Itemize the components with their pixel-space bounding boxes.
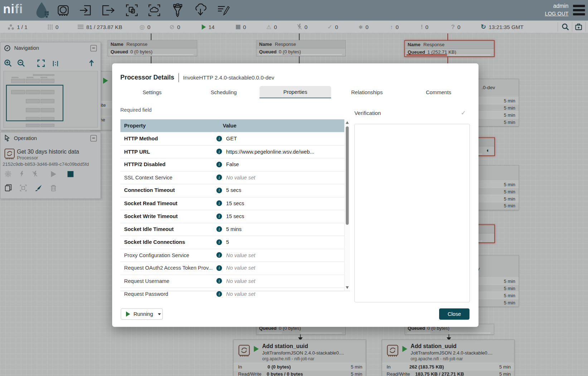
- table-row[interactable]: Socket Write Timeout15 secs: [120, 210, 345, 223]
- run-state-dropdown[interactable]: Running: [121, 308, 162, 319]
- zoom-actual-button[interactable]: |:|: [53, 60, 59, 66]
- verification-results-panel: [354, 124, 470, 303]
- delete-trash-icon[interactable]: [50, 184, 56, 191]
- info-icon[interactable]: [217, 291, 222, 297]
- info-icon[interactable]: [217, 278, 222, 284]
- status-counters: 0: [48, 21, 58, 33]
- sync-failure-icon: [451, 24, 455, 30]
- queue-progress: [152, 54, 193, 55]
- tab-properties[interactable]: Properties: [259, 86, 331, 98]
- chevron-down-icon: [158, 313, 161, 315]
- table-row[interactable]: Socket Idle Connections5: [120, 236, 345, 249]
- share-up-icon[interactable]: [88, 59, 95, 67]
- connection-label[interactable]: Name Response Queued 0 (0 bytes): [256, 40, 346, 56]
- collapse-button[interactable]: [91, 135, 97, 141]
- utility-button[interactable]: [575, 21, 582, 33]
- funnel-component-icon[interactable]: [171, 3, 185, 17]
- logout-link[interactable]: LOG OUT: [545, 10, 568, 16]
- output-port-component-icon[interactable]: [101, 3, 115, 17]
- disable-icon[interactable]: [32, 171, 38, 177]
- locally-modified-stale-icon: [421, 24, 423, 30]
- table-row[interactable]: Socket Idle Timeout5 mins: [120, 223, 345, 236]
- table-row[interactable]: Socket Read Timeout15 secs: [120, 197, 345, 210]
- info-icon[interactable]: [217, 149, 222, 154]
- input-port-component-icon[interactable]: [79, 3, 93, 17]
- connection-label-alert[interactable]: Name Response Queued 1 (252.71 KB): [404, 40, 495, 57]
- search-button[interactable]: [562, 21, 569, 33]
- zoom-fit-button[interactable]: [37, 59, 45, 67]
- status-disabled: 0: [297, 21, 307, 33]
- table-row[interactable]: HTTP/2 DisabledFalse: [120, 158, 345, 171]
- queue-progress: [110, 54, 133, 55]
- table-scrollbar[interactable]: [344, 119, 350, 291]
- tab-scheduling[interactable]: Scheduling: [188, 86, 259, 98]
- table-row[interactable]: Request OAuth2 Access Token Prov...No va…: [120, 261, 345, 275]
- table-header: Property Value: [120, 119, 345, 132]
- table-row[interactable]: Connection Timeout5 secs: [120, 184, 345, 197]
- connection-label[interactable]: Name Response Queued 0 (0 bytes): [108, 40, 197, 56]
- status-refresh[interactable]: 13:21:35 GMT: [481, 21, 523, 33]
- table-row[interactable]: Request UsernameNo value set: [120, 274, 345, 288]
- close-button[interactable]: Close: [439, 308, 470, 319]
- info-icon[interactable]: [217, 239, 222, 245]
- info-icon[interactable]: [217, 201, 222, 206]
- scroll-down-arrow[interactable]: [346, 286, 349, 289]
- info-icon[interactable]: [217, 265, 222, 271]
- start-button[interactable]: [51, 171, 57, 177]
- table-row[interactable]: Proxy Configuration ServiceNo value set: [120, 249, 345, 262]
- last-refreshed-time: 13:21:35 GMT: [489, 24, 524, 30]
- table-row[interactable]: SSL Context ServiceNo value set: [120, 171, 345, 184]
- zoom-in-button[interactable]: [4, 59, 12, 67]
- stop-button[interactable]: [68, 171, 74, 177]
- info-icon[interactable]: [217, 175, 222, 180]
- processor-details-dialog: Processor Details InvokeHTTP 2.4.0-stack…: [112, 63, 478, 327]
- scroll-thumb[interactable]: [346, 126, 349, 225]
- table-row[interactable]: HTTP URLhttps://www.pegelonline.wsv.de/w…: [120, 145, 345, 158]
- processor-add-station-uuid[interactable]: Add station_uuid JoltTransformJSON 2.4.0…: [382, 339, 515, 376]
- scroll-up-arrow[interactable]: [346, 121, 349, 124]
- label-component-icon[interactable]: [216, 3, 230, 17]
- remote-process-group-component-icon[interactable]: [147, 3, 161, 17]
- pointer-icon: [4, 135, 10, 141]
- collapse-button[interactable]: [91, 45, 97, 51]
- verify-check-icon[interactable]: [461, 109, 466, 116]
- color-brush-icon[interactable]: [35, 184, 42, 191]
- disabled-icon: [297, 24, 302, 30]
- status-up-to-date: 0: [327, 21, 338, 33]
- template-download-icon[interactable]: [194, 3, 208, 17]
- minimap-viewport[interactable]: [6, 85, 63, 121]
- status-queued: 81 / 273.87 KB: [78, 21, 122, 33]
- birdseye-minimap[interactable]: [3, 71, 98, 127]
- status-bar: 1 / 1 0 81 / 273.87 KB 0 0 14 0 0 0 0 0 …: [0, 21, 588, 34]
- group-select-icon[interactable]: [20, 184, 27, 191]
- copy-icon[interactable]: [5, 184, 12, 191]
- info-icon[interactable]: [217, 213, 222, 219]
- enable-icon[interactable]: [19, 171, 24, 177]
- tab-settings[interactable]: Settings: [116, 86, 188, 98]
- info-icon[interactable]: [217, 136, 222, 141]
- run-status-icon: [103, 78, 108, 84]
- configure-gear-icon[interactable]: [5, 171, 11, 177]
- info-icon[interactable]: [217, 188, 222, 193]
- compass-icon: [4, 45, 11, 51]
- info-icon[interactable]: [217, 252, 222, 258]
- invalid-icon: [266, 24, 271, 30]
- global-menu-icon[interactable]: [573, 5, 585, 15]
- table-row[interactable]: HTTP MethodGET: [120, 132, 345, 145]
- process-group-component-icon[interactable]: [125, 3, 139, 17]
- selected-component-type: Processor: [17, 155, 38, 161]
- info-icon[interactable]: [217, 226, 222, 232]
- table-row[interactable]: Request PasswordNo value set: [120, 288, 345, 300]
- tab-comments[interactable]: Comments: [403, 86, 474, 98]
- processor-add-station-uuid[interactable]: Add station_uuid JoltTransformJSON 2.4.0…: [233, 339, 366, 376]
- info-icon[interactable]: [217, 162, 222, 167]
- status-locally-modified: 0: [359, 21, 369, 33]
- tab-relationships[interactable]: Relationships: [331, 86, 403, 98]
- running-icon: [126, 312, 130, 317]
- processor-component-icon[interactable]: [56, 3, 70, 17]
- zoom-out-button[interactable]: [17, 59, 25, 67]
- processor-icon: [387, 344, 399, 357]
- refresh-icon[interactable]: [481, 24, 486, 30]
- divider: [178, 73, 179, 82]
- status-locally-modified-stale: 0: [421, 21, 428, 33]
